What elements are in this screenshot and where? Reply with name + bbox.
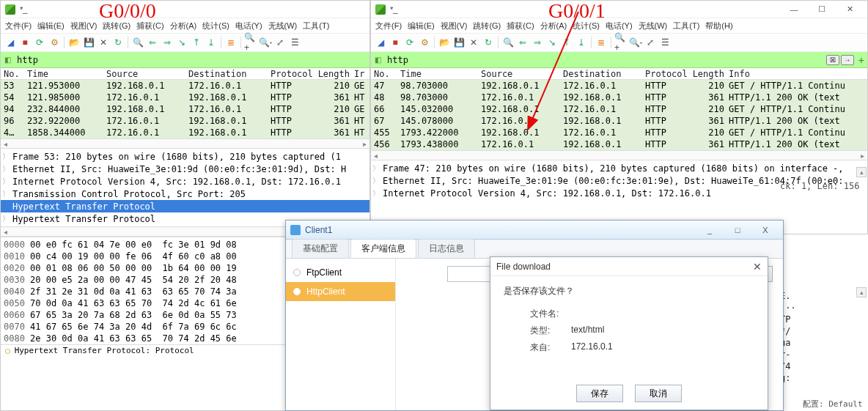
menu-edit[interactable]: 编辑(E) xyxy=(406,21,436,32)
menu-file[interactable]: 文件(F) xyxy=(4,21,33,32)
go-first-icon[interactable]: ⤒ xyxy=(560,36,573,49)
bookmark-icon[interactable]: ◧ xyxy=(371,56,384,64)
menubar[interactable]: 文件(F) 编辑(E) 视图(V) 跳转(G) 捕获(C) 分析(A) 统计(S… xyxy=(1,18,369,33)
tree-line[interactable]: 〉Hypertext Transfer Protocol xyxy=(1,200,369,212)
tab-log[interactable]: 日志信息 xyxy=(418,239,475,258)
open-file-icon[interactable]: 📂 xyxy=(67,36,81,49)
col-source[interactable]: Source xyxy=(106,69,188,79)
packet-row[interactable]: 53121.953000192.168.0.1172.16.0.1HTTP210… xyxy=(1,80,369,92)
col-destination[interactable]: Destination xyxy=(563,69,645,79)
col-info[interactable]: Ir xyxy=(354,69,369,79)
minimize-button[interactable]: _ xyxy=(696,223,723,237)
menu-telephony[interactable]: 电话(Y) xyxy=(234,21,264,32)
col-no[interactable]: No. xyxy=(1,69,27,79)
zoom-out-icon[interactable]: 🔍- xyxy=(629,36,642,49)
expert-info-icon[interactable]: ◯ xyxy=(5,346,10,355)
menu-wireless[interactable]: 无线(W) xyxy=(267,21,299,32)
zoom-reset-icon[interactable]: ⤢ xyxy=(644,36,657,49)
resize-columns-icon[interactable]: ☰ xyxy=(658,36,672,49)
menu-wireless[interactable]: 无线(W) xyxy=(637,21,669,32)
stop-capture-icon[interactable]: ■ xyxy=(389,36,402,49)
save-file-icon[interactable]: 💾 xyxy=(82,36,95,49)
col-destination[interactable]: Destination xyxy=(188,69,271,79)
menu-stats[interactable]: 统计(S) xyxy=(201,21,231,32)
col-protocol[interactable]: Protocol xyxy=(645,69,692,79)
start-capture-icon[interactable]: ◢ xyxy=(374,36,387,49)
menu-tools[interactable]: 工具(T) xyxy=(301,21,331,32)
menu-go[interactable]: 跳转(G) xyxy=(471,21,502,32)
zoom-in-icon[interactable]: 🔍+ xyxy=(614,36,628,49)
dialog-titlebar[interactable]: File download ✕ xyxy=(490,257,768,276)
client-titlebar[interactable]: Client1 _ □ X xyxy=(286,221,783,240)
reload-icon[interactable]: ↻ xyxy=(111,36,125,49)
bookmark-icon[interactable]: ◧ xyxy=(1,56,14,64)
tree-line[interactable]: 〉Transmission Control Protocol, Src Port… xyxy=(1,188,369,200)
packet-list-header[interactable]: No. Time Source Destination Protocol Len… xyxy=(1,68,369,80)
menu-file[interactable]: 文件(F) xyxy=(374,21,403,32)
tree-line[interactable]: 〉Frame 47: 210 bytes on wire (1680 bits)… xyxy=(371,162,867,174)
tab-clientinfo[interactable]: 客户端信息 xyxy=(350,239,416,258)
tree-line[interactable]: 〉Ethernet II, Src: HuaweiTe_3e:01:9d (00… xyxy=(1,163,369,175)
close-file-icon[interactable]: ✕ xyxy=(467,36,480,49)
packet-row[interactable]: 54121.985000172.16.0.1192.168.0.1HTTP361… xyxy=(1,92,369,103)
col-time[interactable]: Time xyxy=(400,69,481,79)
go-forward-icon[interactable]: ⇒ xyxy=(531,36,544,49)
go-last-icon[interactable]: ⤓ xyxy=(205,36,218,49)
go-first-icon[interactable]: ⤒ xyxy=(190,36,203,49)
cancel-button[interactable]: 取消 xyxy=(635,385,682,402)
go-to-packet-icon[interactable]: ↘ xyxy=(545,36,559,49)
menubar[interactable]: 文件(F) 编辑(E) 视图(V) 跳转(G) 捕获(C) 分析(A) 统计(S… xyxy=(371,18,867,33)
menu-stats[interactable]: 统计(S) xyxy=(571,21,601,32)
apply-filter-icon[interactable]: → xyxy=(841,55,854,65)
menu-capture[interactable]: 捕获(C) xyxy=(505,21,535,32)
save-button[interactable]: 保存 xyxy=(576,385,623,402)
display-filter-input[interactable] xyxy=(384,53,823,67)
tree-line[interactable]: 〉Internet Protocol Version 4, Src: 192.1… xyxy=(1,175,369,188)
packet-row[interactable]: 4798.703000192.168.0.1172.16.0.1HTTP210G… xyxy=(371,80,867,92)
maximize-button[interactable]: □ xyxy=(724,223,751,237)
menu-go[interactable]: 跳转(G) xyxy=(101,21,132,32)
zoom-out-icon[interactable]: 🔍- xyxy=(259,36,272,49)
close-button[interactable]: ✕ xyxy=(836,2,863,17)
close-button[interactable]: X xyxy=(752,223,779,237)
find-packet-icon[interactable]: 🔍 xyxy=(501,36,515,49)
col-no[interactable]: No. xyxy=(371,69,400,79)
packet-row[interactable]: 66145.032000192.168.0.1172.16.0.1HTTP210… xyxy=(371,103,867,115)
reload-icon[interactable]: ↻ xyxy=(482,36,495,49)
menu-analyze[interactable]: 分析(A) xyxy=(169,21,199,32)
scroll-up-icon[interactable]: ▴ xyxy=(856,167,867,177)
close-icon[interactable]: ✕ xyxy=(753,261,762,273)
tree-line[interactable]: 〉Frame 53: 210 bytes on wire (1680 bits)… xyxy=(1,150,369,163)
menu-help[interactable]: 帮助(H) xyxy=(704,21,734,32)
col-length[interactable]: Length xyxy=(317,69,354,79)
close-file-icon[interactable]: ✕ xyxy=(97,36,110,49)
packet-row[interactable]: 4898.703000172.16.0.1192.168.0.1HTTP361H… xyxy=(371,92,867,103)
restart-capture-icon[interactable]: ⟳ xyxy=(33,36,46,49)
col-length[interactable]: Length xyxy=(692,69,729,79)
go-last-icon[interactable]: ⤓ xyxy=(575,36,588,49)
go-to-packet-icon[interactable]: ↘ xyxy=(175,36,188,49)
packet-list-left[interactable]: 53121.953000192.168.0.1172.16.0.1HTTP210… xyxy=(1,80,369,138)
add-filter-icon[interactable]: + xyxy=(858,54,864,66)
zoom-in-icon[interactable]: 🔍+ xyxy=(244,36,257,49)
capture-options-icon[interactable]: ⚙ xyxy=(48,36,61,49)
go-back-icon[interactable]: ⇐ xyxy=(146,36,159,49)
find-packet-icon[interactable]: 🔍 xyxy=(131,36,144,49)
resize-columns-icon[interactable]: ☰ xyxy=(288,36,301,49)
menu-capture[interactable]: 捕获(C) xyxy=(135,21,165,32)
zoom-reset-icon[interactable]: ⤢ xyxy=(273,36,287,49)
menu-edit[interactable]: 编辑(E) xyxy=(36,21,66,32)
sidebar-item-http[interactable]: HttpClient xyxy=(286,282,395,301)
horizontal-scrollbar[interactable]: ◂▸ xyxy=(371,150,867,160)
capture-options-icon[interactable]: ⚙ xyxy=(418,36,431,49)
restart-capture-icon[interactable]: ⟳ xyxy=(403,36,416,49)
packet-row[interactable]: 4551793.422000192.168.0.1172.16.0.1HTTP2… xyxy=(371,127,867,138)
packet-details-left[interactable]: 〉Frame 53: 210 bytes on wire (1680 bits)… xyxy=(1,149,369,226)
menu-telephony[interactable]: 电话(Y) xyxy=(604,21,634,32)
save-file-icon[interactable]: 💾 xyxy=(452,36,466,49)
horizontal-scrollbar[interactable]: ◂▸ xyxy=(1,138,369,149)
packet-row[interactable]: 67145.078000172.16.0.1192.168.0.1HTTP361… xyxy=(371,115,867,127)
menu-view[interactable]: 视图(V) xyxy=(439,21,469,32)
sidebar-item-ftp[interactable]: FtpClient xyxy=(286,263,395,282)
packet-list-header[interactable]: No. Time Source Destination Protocol Len… xyxy=(371,68,867,80)
